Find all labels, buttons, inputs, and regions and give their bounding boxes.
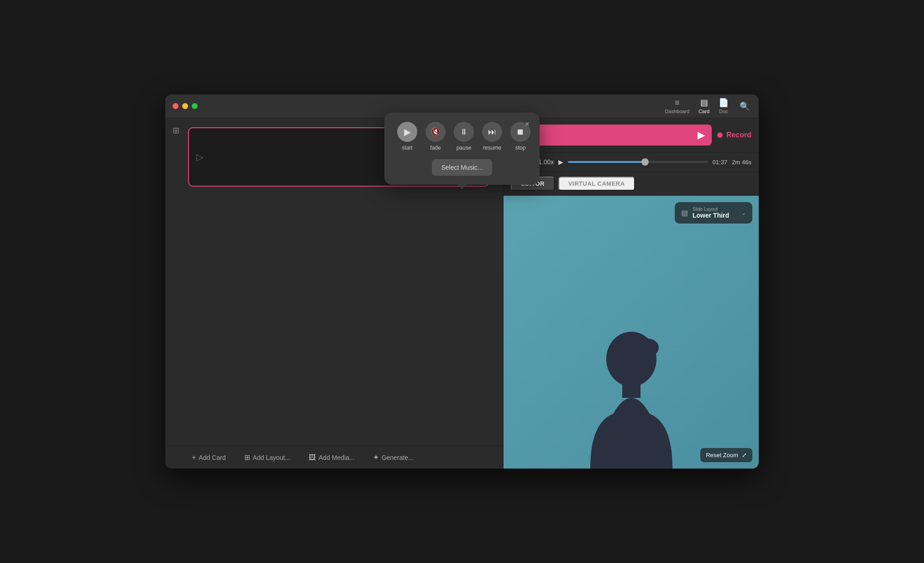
select-music-label: Select Music... (441, 164, 483, 171)
tab-virtual-camera-label: VIRTUAL CAMERA (568, 180, 625, 187)
search-button[interactable]: 🔍 (738, 99, 751, 113)
start-button[interactable]: Start ▶ (511, 125, 712, 146)
progress-handle[interactable] (641, 158, 649, 166)
music-fade-control[interactable]: 🔇 fade (425, 122, 446, 151)
progress-bar[interactable] (568, 161, 708, 163)
music-start-label: start (402, 145, 412, 151)
card-icon: ▤ (700, 99, 708, 107)
music-fade-icon: 🔇 (425, 122, 446, 142)
add-media-button[interactable]: 🖼 Add Media... (305, 452, 358, 464)
playback-play-button[interactable]: ▶ (558, 158, 563, 166)
music-pause-icon: ⏸ (454, 122, 474, 142)
tab-virtual-camera[interactable]: VIRTUAL CAMERA (558, 177, 635, 191)
add-card-label: Add Card (199, 454, 226, 461)
slide-layout-value: Lower Third (693, 212, 737, 219)
preview-video: ▤ Slide Layout Lower Third ⌄ Reset Zoom … (504, 196, 759, 469)
slide-layout-text: Slide Layout Lower Third (693, 207, 737, 219)
maximize-button[interactable] (192, 103, 198, 109)
slide-layout-label: Slide Layout (693, 207, 737, 212)
slide-layout-icon: ▤ (681, 209, 688, 217)
doc-icon: 📄 (719, 99, 729, 107)
music-fade-label: fade (430, 145, 441, 151)
music-stop-label: stop (515, 145, 526, 151)
reset-zoom-icon: ⤢ (742, 452, 747, 459)
minimize-button[interactable] (182, 103, 188, 109)
time-remaining: 2m 46s (732, 159, 751, 166)
music-popup: × ▶ start 🔇 fade ⏸ pause ⏭ resume ⏹ stop (384, 113, 540, 185)
bottom-toolbar: + Add Card ⊞ Add Layout... 🖼 Add Media..… (165, 446, 503, 469)
generate-label: Generate... (382, 454, 414, 461)
add-media-label: Add Media... (319, 454, 355, 461)
record-dot-icon (717, 132, 723, 138)
slide-layout-button[interactable]: ▤ Slide Layout Lower Third ⌄ (675, 202, 752, 224)
card-play-button[interactable]: ▷ (196, 151, 203, 162)
record-button[interactable]: Record (717, 131, 751, 139)
card-label: Card (698, 109, 709, 114)
search-icon: 🔍 (740, 102, 750, 111)
music-resume-icon: ⏭ (482, 122, 502, 142)
nav-doc[interactable]: 📄 Doc (719, 99, 729, 114)
preview-area: ▤ Slide Layout Lower Third ⌄ Reset Zoom … (504, 196, 759, 469)
music-resume-control[interactable]: ⏭ resume (482, 122, 502, 151)
add-card-icon: + (192, 454, 196, 462)
music-start-icon: ▶ (397, 122, 417, 142)
dashboard-label: Dashboard (665, 109, 689, 114)
sidebar-icon: ⊞ (173, 126, 179, 135)
reset-zoom-button[interactable]: Reset Zoom ⤢ (700, 448, 752, 462)
popup-close-button[interactable]: × (522, 119, 532, 129)
editor-tabs: EDITOR VIRTUAL CAMERA (504, 172, 759, 196)
music-pause-control[interactable]: ⏸ pause (454, 122, 474, 151)
music-start-control[interactable]: ▶ start (397, 122, 417, 151)
playback-bar: 🔊 ⏱ 1.00x ▶ 01:37 2m 46s (504, 152, 759, 172)
person-silhouette (567, 323, 695, 469)
music-pause-label: pause (457, 145, 472, 151)
popup-arrow (457, 185, 467, 189)
chevron-down-icon: ⌄ (741, 210, 746, 216)
start-play-icon: ▶ (698, 130, 704, 141)
select-music-button[interactable]: Select Music... (432, 159, 492, 176)
generate-icon: ✦ (373, 453, 379, 462)
generate-button[interactable]: ✦ Generate... (369, 451, 417, 464)
progress-fill (568, 161, 645, 163)
add-media-icon: 🖼 (309, 454, 316, 462)
start-record-area: Start ▶ Record (504, 118, 759, 152)
add-layout-icon: ⊞ (244, 453, 250, 462)
dashboard-icon: ≡ (675, 99, 680, 107)
reset-zoom-label: Reset Zoom (706, 452, 738, 459)
popup-controls: ▶ start 🔇 fade ⏸ pause ⏭ resume ⏹ stop (397, 122, 527, 151)
time-elapsed: 01:37 (713, 159, 728, 166)
add-card-button[interactable]: + Add Card (188, 452, 230, 464)
close-button[interactable] (173, 103, 178, 109)
sidebar-toggle-button[interactable]: ⊞ (173, 125, 179, 136)
add-layout-button[interactable]: ⊞ Add Layout... (241, 451, 294, 464)
music-resume-label: resume (483, 145, 501, 151)
add-layout-label: Add Layout... (253, 454, 291, 461)
traffic-lights (173, 103, 198, 109)
app-window: ≡ Dashboard ▤ Card 📄 Doc 🔍 ⊞ (165, 94, 759, 469)
record-label: Record (726, 131, 751, 139)
playback-speed[interactable]: 1.00x (538, 158, 554, 166)
right-panel: Start ▶ Record 🔊 ⏱ 1.00x ▶ 01:37 (503, 118, 759, 469)
svg-rect-2 (622, 382, 640, 398)
nav-card[interactable]: ▤ Card (698, 99, 709, 114)
title-bar-nav: ≡ Dashboard ▤ Card 📄 Doc 🔍 (665, 99, 751, 114)
nav-dashboard[interactable]: ≡ Dashboard (665, 99, 689, 114)
doc-label: Doc (719, 109, 728, 114)
